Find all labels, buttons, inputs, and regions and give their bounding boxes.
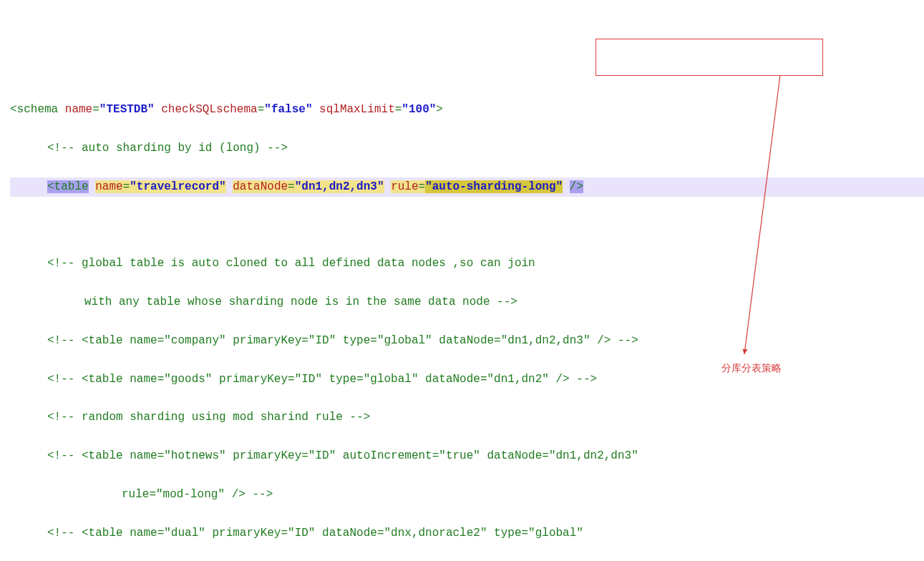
code-line: <!-- <table name="goods" primaryKey="ID"… <box>10 370 924 389</box>
code-line-highlighted: <table name="travelrecord" dataNode="dn1… <box>10 177 924 197</box>
code-line: <!-- <table name="dual" primaryKey="ID" … <box>10 524 924 543</box>
annotation-label: 分库分表策略 <box>721 360 782 377</box>
code-line: <schema name="TESTDB" checkSQLschema="fa… <box>10 100 924 119</box>
code-line: <!-- global table is auto cloned to all … <box>10 254 924 273</box>
xml-code-viewer: <schema name="TESTDB" checkSQLschema="fa… <box>0 77 924 562</box>
code-line: <!-- random sharding using mod sharind r… <box>10 408 924 427</box>
code-line: <!-- <table name="company" primaryKey="I… <box>10 331 924 351</box>
code-line: with any table whose sharding node is in… <box>10 293 924 312</box>
code-line: <!-- auto sharding by id (long) --> <box>10 139 924 158</box>
annotation-box <box>595 39 823 76</box>
code-line: <!-- <table name="hotnews" primaryKey="I… <box>10 447 924 466</box>
blank-line <box>10 216 924 235</box>
code-line: rule="mod-long" /> --> <box>10 485 924 504</box>
